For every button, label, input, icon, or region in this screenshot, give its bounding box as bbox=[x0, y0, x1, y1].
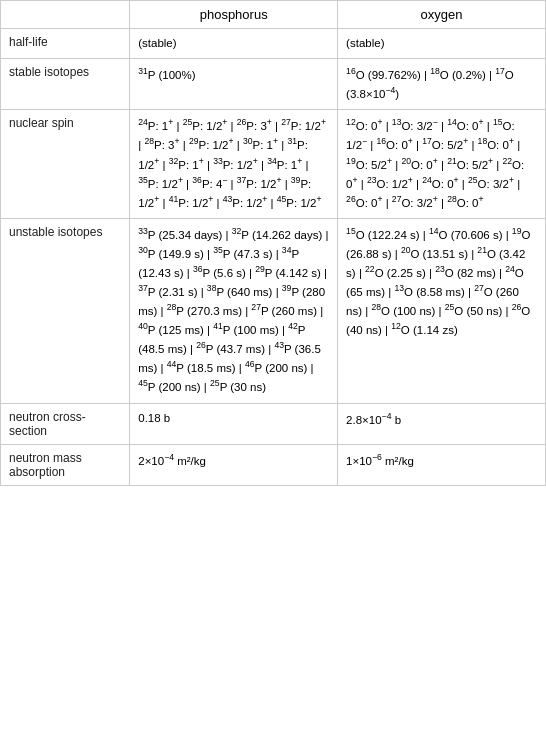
row-label-1: stable isotopes bbox=[1, 59, 130, 110]
row-label-5: neutron mass absorption bbox=[1, 444, 130, 485]
row-label-3: unstable isotopes bbox=[1, 218, 130, 403]
table-row: half-life(stable)(stable) bbox=[1, 29, 546, 59]
phosphorus-cell-1: 31P (100%) bbox=[130, 59, 338, 110]
header-phosphorus: phosphorus bbox=[130, 1, 338, 29]
header-empty bbox=[1, 1, 130, 29]
oxygen-cell-5: 1×10−6 m²/kg bbox=[338, 444, 546, 485]
phosphorus-cell-3: 33P (25.34 days) | 32P (14.262 days) | 3… bbox=[130, 218, 338, 403]
phosphorus-cell-4: 0.18 b bbox=[130, 403, 338, 444]
oxygen-cell-1: 16O (99.762%) | 18O (0.2%) | 17O (3.8×10… bbox=[338, 59, 546, 110]
row-label-4: neutron cross-section bbox=[1, 403, 130, 444]
phosphorus-cell-5: 2×10−4 m²/kg bbox=[130, 444, 338, 485]
oxygen-cell-2: 12O: 0+ | 13O: 3/2− | 14O: 0+ | 15O: 1/2… bbox=[338, 110, 546, 218]
table-row: neutron mass absorption2×10−4 m²/kg1×10−… bbox=[1, 444, 546, 485]
header-oxygen: oxygen bbox=[338, 1, 546, 29]
row-label-2: nuclear spin bbox=[1, 110, 130, 218]
phosphorus-cell-0: (stable) bbox=[130, 29, 338, 59]
table-row: unstable isotopes33P (25.34 days) | 32P … bbox=[1, 218, 546, 403]
table-row: stable isotopes31P (100%)16O (99.762%) |… bbox=[1, 59, 546, 110]
oxygen-cell-3: 15O (122.24 s) | 14O (70.606 s) | 19O (2… bbox=[338, 218, 546, 403]
table-row: neutron cross-section0.18 b2.8×10−4 b bbox=[1, 403, 546, 444]
oxygen-cell-0: (stable) bbox=[338, 29, 546, 59]
phosphorus-cell-2: 24P: 1+ | 25P: 1/2+ | 26P: 3+ | 27P: 1/2… bbox=[130, 110, 338, 218]
table-row: nuclear spin24P: 1+ | 25P: 1/2+ | 26P: 3… bbox=[1, 110, 546, 218]
row-label-0: half-life bbox=[1, 29, 130, 59]
oxygen-cell-4: 2.8×10−4 b bbox=[338, 403, 546, 444]
